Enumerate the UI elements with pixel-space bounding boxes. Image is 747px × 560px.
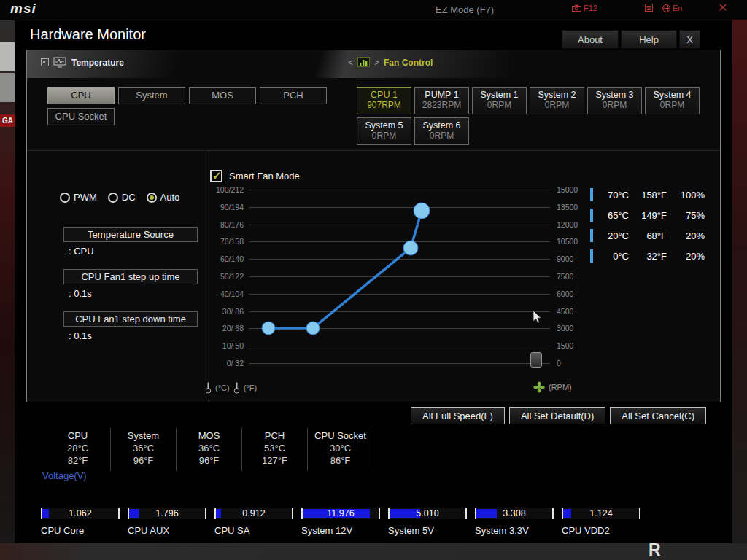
- fan-mode-radio-dc[interactable]: DC: [108, 192, 136, 203]
- voltage-label: System 5V: [388, 525, 467, 536]
- fan-button-system-2[interactable]: System 20RPM: [530, 87, 584, 114]
- fan-curve-point[interactable]: [306, 322, 320, 335]
- legend-percent: 75%: [667, 210, 705, 221]
- radio-label: Auto: [160, 192, 180, 203]
- y-axis-temp-label: 50/122: [220, 272, 244, 281]
- temp-tab-system[interactable]: System: [118, 87, 185, 104]
- setting-value: : 0.1s: [69, 288, 198, 299]
- legend-color-chip: [590, 229, 593, 242]
- fan-control-main: PWMDCAuto Temperature Source: CPUCPU Fan…: [27, 150, 720, 402]
- temperature-section-header: Temperature: [41, 57, 124, 68]
- ez-mode-button[interactable]: EZ Mode (F7): [436, 4, 494, 15]
- fan-curve-point[interactable]: [262, 322, 275, 335]
- prev-sensor-arrow[interactable]: <: [348, 58, 353, 68]
- next-sensor-arrow[interactable]: >: [374, 58, 379, 68]
- msi-logo: msi: [10, 1, 36, 17]
- celsius-unit-label: (°C): [215, 384, 230, 392]
- legend-celsius: 65°C: [600, 210, 629, 221]
- fan-rpm: 0RPM: [588, 100, 641, 110]
- setting-cpu-fan1-step-up-time[interactable]: CPU Fan1 step up time: [63, 269, 198, 284]
- y-axis-rpm-label: 4500: [557, 307, 573, 316]
- fan-button-cpu-1[interactable]: CPU 1907RPM: [357, 87, 411, 114]
- y-axis-rpm-label: 12000: [557, 220, 578, 229]
- fan-curve-legend: 70°C158°F100%65°C149°F75%20°C68°F20%0°C3…: [590, 184, 705, 266]
- favorites-button[interactable]: [645, 4, 653, 12]
- y-axis-temp-label: 60/140: [220, 254, 244, 263]
- fan-rpm: 2823RPM: [415, 100, 468, 110]
- voltage-cpu-sa: 0.912CPU SA: [214, 508, 293, 536]
- fan-mode-radio-pwm[interactable]: PWM: [60, 192, 97, 203]
- temp-readout-cpu: CPU28°C82°F: [45, 428, 111, 471]
- rpm-slider-handle[interactable]: [530, 352, 542, 368]
- fan-name: System 3: [588, 90, 641, 100]
- bios-right-edge: [732, 20, 747, 560]
- setting-cpu-fan1-step-down-time[interactable]: CPU Fan1 step down time: [63, 311, 198, 327]
- fan-button-system-3[interactable]: System 30RPM: [587, 87, 642, 114]
- legend-celsius: 0°C: [600, 251, 629, 262]
- fan-mode-radio-auto[interactable]: Auto: [147, 192, 180, 203]
- voltage-bar-track: 1.062: [41, 508, 120, 519]
- y-axis-rpm-label: 10500: [557, 237, 578, 246]
- fan-mode-radios: PWMDCAuto: [60, 192, 179, 203]
- smart-fan-mode-row: ✓ Smart Fan Mode: [210, 170, 300, 182]
- fan-rpm: 0RPM: [415, 131, 468, 141]
- temp-tab-cpu-socket[interactable]: CPU Socket: [47, 108, 115, 125]
- thermometer-icon: [205, 381, 212, 394]
- window-close-button[interactable]: X: [679, 30, 700, 49]
- game-boost-badge: GA: [0, 114, 15, 127]
- mouse-cursor: [533, 310, 542, 324]
- radio-dot: [108, 192, 118, 203]
- temp-tab-pch[interactable]: PCH: [260, 87, 327, 104]
- language-button[interactable]: En: [662, 4, 682, 12]
- fan-button-system-6[interactable]: System 60RPM: [414, 117, 469, 145]
- voltage-value: 1.124: [563, 508, 639, 519]
- setting-value: : CPU: [69, 246, 198, 257]
- topbar-close-button[interactable]: [719, 4, 727, 11]
- fan-curve-point[interactable]: [414, 203, 430, 219]
- fan-button-system-4[interactable]: System 40RPM: [645, 87, 700, 114]
- y-axis-rpm-label: 9000: [557, 254, 573, 263]
- fan-rpm: 0RPM: [530, 100, 584, 110]
- y-axis-temp-label: 10/ 50: [222, 341, 244, 350]
- rpm-unit-label: (RPM): [549, 383, 572, 392]
- globe-icon: [662, 4, 670, 12]
- fan-button-system-1[interactable]: System 10RPM: [472, 87, 527, 114]
- voltage-system-5v: 5.010System 5V: [388, 508, 467, 536]
- legend-row: 20°C68°F20%: [590, 225, 705, 246]
- legend-row: 70°C158°F100%: [590, 184, 705, 205]
- voltage-cpu-vdd2: 1.124CPU VDD2: [562, 508, 640, 536]
- fan-name: PUMP 1: [415, 90, 468, 100]
- temp-tab-mos[interactable]: MOS: [189, 87, 256, 104]
- sensor-celsius: 30°C: [308, 442, 373, 454]
- radio-label: PWM: [74, 192, 97, 203]
- voltage-value: 11.976: [303, 508, 379, 519]
- temp-readout-system: System36°C96°F: [111, 428, 177, 471]
- voltage-bar-track: 11.976: [301, 508, 380, 519]
- temp-readout-mos: MOS36°C96°F: [177, 428, 242, 471]
- temp-tab-cpu[interactable]: CPU: [47, 87, 115, 104]
- help-button[interactable]: Help: [621, 30, 677, 49]
- about-button[interactable]: About: [562, 30, 619, 49]
- voltage-label: System 3.3V: [475, 525, 554, 536]
- setting-temperature-source[interactable]: Temperature Source: [63, 227, 198, 242]
- hardware-monitor-window: Hardware Monitor About Help X Temperatur…: [15, 20, 732, 543]
- sensor-fahrenheit: 96°F: [111, 454, 176, 467]
- action-all-set-default-d[interactable]: All Set Default(D): [509, 407, 605, 424]
- camera-icon: [572, 4, 581, 12]
- language-label: En: [673, 4, 682, 12]
- voltage-bar-track: 3.308: [475, 508, 554, 519]
- fan-button-pump-1[interactable]: PUMP 12823RPM: [414, 87, 469, 114]
- fan-control-section-title: Fan Control: [384, 58, 433, 68]
- action-all-full-speed-f[interactable]: All Full Speed(F): [411, 407, 505, 424]
- legend-fahrenheit: 158°F: [629, 190, 667, 201]
- voltage-value: 1.796: [129, 508, 205, 519]
- smart-fan-checkbox[interactable]: ✓: [210, 170, 222, 182]
- bios-topbar: msi EZ Mode (F7) F12 En: [0, 0, 747, 20]
- screenshot-f12-button[interactable]: F12: [572, 4, 597, 12]
- voltage-label: CPU SA: [214, 525, 293, 536]
- fan-curve-point[interactable]: [403, 241, 418, 255]
- action-all-set-cancel-c[interactable]: All Set Cancel(C): [610, 407, 706, 424]
- fan-button-system-5[interactable]: System 50RPM: [357, 117, 411, 145]
- voltage-bar-track: 5.010: [388, 508, 467, 519]
- voltage-label: CPU VDD2: [562, 525, 640, 536]
